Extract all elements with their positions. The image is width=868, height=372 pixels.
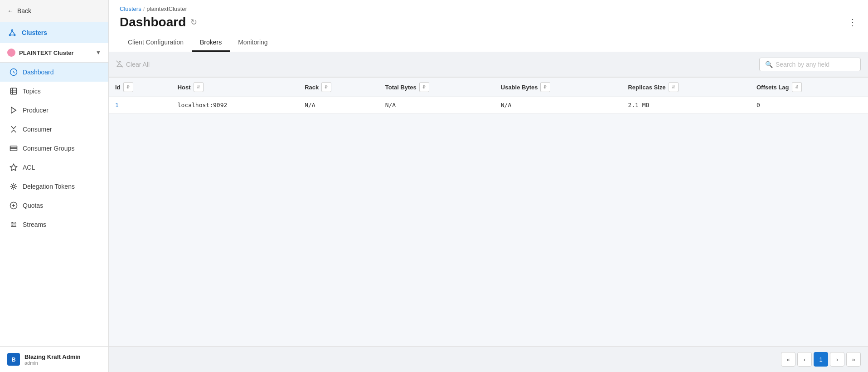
col-usable-bytes: Usable Bytes ⇵ [495,78,622,97]
back-arrow-icon: ← [7,7,14,15]
topics-icon [9,87,18,96]
streams-icon [9,220,18,229]
sidebar-item-consumer-groups-label: Consumer Groups [23,145,74,152]
col-host: Host ⇵ [171,78,298,97]
dashboard-icon [9,68,18,77]
svg-line-8 [14,72,15,73]
sidebar-item-dashboard[interactable]: Dashboard [0,63,108,82]
breadcrumb: Clusters / plaintextCluster [120,5,857,12]
consumer-groups-icon [9,144,18,153]
clusters-label: Clusters [22,29,47,36]
sidebar-item-consumer-groups[interactable]: Consumer Groups [0,139,108,158]
cell-usable-bytes: N/A [495,97,622,113]
more-options-icon[interactable]: ⋮ [848,17,857,28]
cell-offsets-lag: 0 [750,97,868,113]
sort-usable-bytes-button[interactable]: ⇵ [540,82,550,92]
sort-replicas-size-button[interactable]: ⇵ [669,82,679,92]
avatar: B [7,353,20,366]
svg-point-0 [12,29,13,31]
search-icon: 🔍 [765,61,773,68]
sidebar-clusters-item[interactable]: Clusters [0,22,108,43]
refresh-icon[interactable]: ↻ [190,17,197,27]
svg-line-24 [11,188,12,189]
pagination-prev-button[interactable]: ‹ [797,352,812,367]
sidebar-item-delegation-tokens[interactable]: Delegation Tokens [0,177,108,196]
table-row: 1 localhost:9092 N/A N/A N/A 2.1 MB 0 [109,97,868,113]
consumer-icon [9,125,18,134]
cell-id: 1 [109,97,171,113]
col-id: Id ⇵ [109,78,171,97]
pagination-next-button[interactable]: › [830,352,844,367]
col-total-bytes: Total Bytes ⇵ [379,78,495,97]
sidebar-footer: B Blazing Kraft Admin admin [0,346,108,372]
sidebar-item-dashboard-label: Dashboard [23,69,54,76]
sidebar-item-quotas[interactable]: Quotas [0,196,108,215]
col-total-bytes-label: Total Bytes [385,84,417,91]
sort-offsets-lag-button[interactable]: ⇵ [792,82,802,92]
page-title: Dashboard [120,15,186,29]
breadcrumb-separator: / [143,5,145,12]
prev-page-icon: ‹ [804,356,805,363]
page-title-row: Dashboard ↻ ⋮ [120,15,857,29]
table-footer: « ‹ 1 › » [109,346,868,372]
sort-total-bytes-button[interactable]: ⇵ [419,82,429,92]
clear-all-button[interactable]: Clear All [116,60,150,69]
sort-rack-button[interactable]: ⇵ [321,82,331,92]
col-id-label: Id [115,84,121,91]
svg-line-25 [15,184,16,185]
sidebar-item-producer-label: Producer [23,107,48,114]
quotas-icon [9,201,18,210]
sort-host-button[interactable]: ⇵ [194,82,204,92]
footer-role: admin [24,360,81,366]
sidebar-item-streams-label: Streams [23,221,46,228]
tab-client-configuration[interactable]: Client Configuration [120,34,192,52]
broker-id-link[interactable]: 1 [115,102,119,108]
next-page-icon: › [836,356,838,363]
acl-icon [9,163,18,172]
sidebar-item-topics[interactable]: Topics [0,82,108,101]
sidebar: ← Back Clusters PLAINTEXT Cluster ▼ Dash… [0,0,109,372]
sidebar-item-consumer[interactable]: Consumer [0,120,108,139]
col-rack-label: Rack [305,84,319,91]
pagination-first-button[interactable]: « [781,352,795,367]
breadcrumb-clusters-link[interactable]: Clusters [120,5,141,12]
avatar-letter: B [11,356,15,363]
cell-rack: N/A [298,97,379,113]
tab-monitoring[interactable]: Monitoring [230,34,276,52]
brokers-table: Id ⇵ Host ⇵ Rack [109,77,868,113]
cluster-name: PLAINTEXT Cluster [19,49,92,56]
sidebar-item-producer[interactable]: Producer [0,101,108,120]
search-box: 🔍 [759,58,861,71]
tab-brokers[interactable]: Brokers [192,34,230,52]
pagination-last-button[interactable]: » [846,352,861,367]
col-replicas-size-label: Replicas Size [628,84,665,91]
sort-id-button[interactable]: ⇵ [123,82,133,92]
back-button[interactable]: ← Back [0,0,108,22]
col-usable-bytes-label: Usable Bytes [501,84,538,91]
col-offsets-lag-label: Offsets Lag [756,84,789,91]
first-page-icon: « [786,356,790,363]
footer-name: Blazing Kraft Admin [24,353,81,360]
page-number: 1 [819,356,822,363]
page-header: Clusters / plaintextCluster Dashboard ↻ … [109,0,868,52]
sidebar-item-topics-label: Topics [23,88,41,95]
breadcrumb-current: plaintextCluster [146,5,187,12]
svg-marker-13 [11,107,16,113]
table-area: Clear All 🔍 Id ⇵ [109,52,868,372]
svg-line-22 [11,184,12,185]
producer-icon [9,106,18,115]
svg-rect-9 [10,88,17,94]
table-toolbar: Clear All 🔍 [109,52,868,77]
col-offsets-lag: Offsets Lag ⇵ [750,78,868,97]
cell-replicas-size: 2.1 MB [621,97,750,113]
col-host-label: Host [178,84,191,91]
search-input[interactable] [776,61,855,68]
pagination-page-1-button[interactable]: 1 [814,352,828,367]
cluster-selector[interactable]: PLAINTEXT Cluster ▼ [0,43,108,63]
tabs: Client Configuration Brokers Monitoring [120,34,857,52]
table-wrapper: Id ⇵ Host ⇵ Rack [109,77,868,346]
cell-host: localhost:9092 [171,97,298,113]
sidebar-item-streams[interactable]: Streams [0,215,108,234]
svg-point-17 [12,185,15,188]
sidebar-item-acl[interactable]: ACL [0,158,108,177]
